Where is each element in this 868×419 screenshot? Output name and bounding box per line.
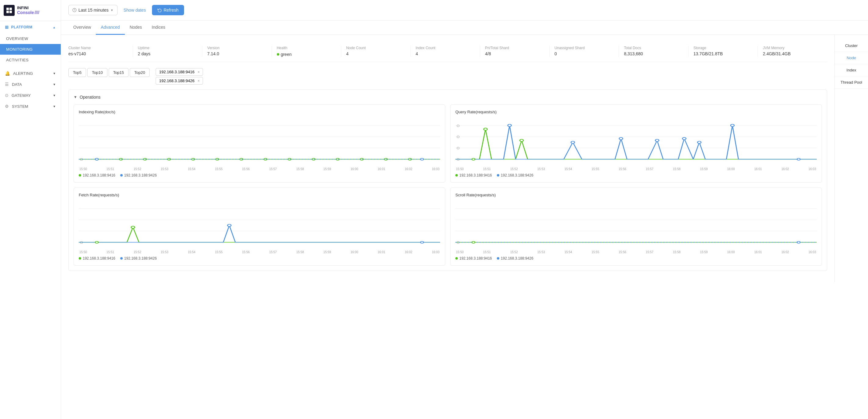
sidebar-item-gateway[interactable]: ⊙ GATEWAY ▼ [0, 90, 61, 101]
tabs-bar: Overview Advanced Nodes Indices [61, 21, 868, 35]
cluster-col-name: Cluster Name es-v7140 [68, 46, 133, 57]
time-selector[interactable]: Last 15 minutes ▼ [68, 5, 118, 15]
sidebar-platform-section: ⊞ PLATFORM ▲ OVERVIEW MONITORING ACTIVIT… [0, 21, 61, 65]
content-area: Cluster Name es-v7140 Uptime 2 days Vers… [61, 35, 834, 282]
unassigned-value: 0 [555, 51, 614, 56]
chart-fetch-rate-area: 0 [79, 201, 440, 250]
svg-point-31 [520, 139, 523, 141]
svg-text:0: 0 [457, 241, 460, 245]
node-tag-1-close[interactable]: × [197, 70, 199, 74]
legend-item-q1: 192.168.3.188:9416 [455, 173, 492, 177]
sidebar-item-monitoring[interactable]: MONITORING [0, 44, 61, 55]
svg-point-33 [571, 141, 575, 143]
jvm-label: JVM Memory [763, 46, 822, 50]
tab-advanced[interactable]: Advanced [96, 21, 125, 35]
svg-text:0: 0 [457, 135, 460, 139]
svg-point-55 [472, 241, 475, 243]
show-dates-button[interactable]: Show dates [121, 8, 148, 12]
section-header-operations[interactable]: ▼ Operations [73, 95, 822, 99]
legend-dot-blue-q [497, 174, 499, 177]
header-bar: Last 15 minutes ▼ Show dates Refresh [61, 0, 868, 21]
total-docs-value: 8,313,680 [624, 51, 683, 56]
svg-point-49 [421, 241, 424, 243]
uptime-value: 2 days [138, 51, 197, 56]
svg-point-56 [797, 241, 800, 243]
legend-dot-green-f [79, 257, 81, 260]
svg-point-48 [95, 241, 98, 243]
data-chevron-icon: ▼ [53, 83, 56, 86]
data-label: DATA [12, 82, 22, 87]
legend-item-f2: 192.168.3.188:9426 [120, 256, 157, 261]
uptime-label: Uptime [138, 46, 197, 50]
sidebar-item-system[interactable]: ⚙ SYSTEM ▼ [0, 101, 61, 112]
side-panel-thread-pool[interactable]: Thread Pool [835, 76, 868, 89]
chart-fetch-legend: 192.168.3.188:9416 192.168.3.188:9426 [79, 256, 440, 261]
chart-query-rate: Query Rate(requests/s) 0 0 0 [450, 104, 822, 183]
sidebar-item-activities[interactable]: ACTIVITIES [0, 55, 61, 65]
refresh-button[interactable]: Refresh [152, 5, 184, 15]
platform-chevron-icon: ▲ [53, 26, 56, 29]
tab-indices[interactable]: Indices [147, 21, 170, 35]
node-tag-2: 192.168.3.188:9426 × [156, 77, 203, 85]
legend-dot-blue [120, 174, 123, 177]
charts-grid: Indexing Rate(doc/s) 0 [73, 104, 822, 266]
top15-button[interactable]: Top15 [108, 68, 128, 77]
chart-fetch-rate-title: Fetch Rate(requests/s) [79, 193, 440, 197]
legend-item-2: 192.168.3.188:9426 [120, 173, 157, 177]
section-chevron-icon: ▼ [73, 95, 77, 99]
node-tag-1-label: 192.168.3.188:9416 [159, 70, 194, 74]
svg-text:0: 0 [80, 158, 83, 161]
storage-value: 13.7GB/21.8TB [693, 51, 753, 56]
node-count-value: 4 [346, 51, 406, 56]
chart-indexing-legend: 192.168.3.188:9416 192.168.3.188:9426 [79, 173, 440, 177]
system-chevron-icon: ▼ [53, 105, 56, 108]
health-value: green [277, 52, 292, 57]
sidebar-nav-group: 🔔 ALERTING ▼ ☰ DATA ▼ ⊙ GATEWAY ▼ ⚙ SYST… [0, 68, 61, 112]
tab-overview[interactable]: Overview [68, 21, 96, 35]
sidebar-item-data[interactable]: ☰ DATA ▼ [0, 79, 61, 90]
pri-total-label: Pri/Total Shard [485, 46, 545, 50]
top5-button[interactable]: Top5 [68, 68, 86, 77]
unassigned-label: Unassigned Shard [555, 46, 614, 50]
version-label: Version [207, 46, 267, 50]
logo-icon [4, 5, 14, 16]
cluster-col-health: Health green [272, 46, 342, 57]
side-panel-cluster[interactable]: Cluster [835, 40, 868, 52]
top10-button[interactable]: Top10 [87, 68, 107, 77]
gateway-label: GATEWAY [11, 93, 31, 98]
pri-total-value: 4/8 [485, 51, 545, 56]
legend-dot-green [79, 174, 81, 177]
grid-icon: ⊞ [5, 25, 9, 30]
chart-query-x-axis: 15:5015:5115:5215:5315:5415:5515:5615:57… [455, 167, 817, 171]
side-panel-node[interactable]: Node [835, 52, 868, 64]
controls-row: Top5 Top10 Top15 Top20 192.168.3.188:941… [68, 68, 827, 85]
gateway-icon: ⊙ [5, 93, 8, 98]
sidebar-item-alerting[interactable]: 🔔 ALERTING ▼ [0, 68, 61, 79]
cluster-name-label: Cluster Name [68, 46, 128, 50]
node-count-label: Node Count [346, 46, 406, 50]
top20-button[interactable]: Top20 [130, 68, 150, 77]
svg-point-32 [508, 124, 512, 126]
chart-scroll-x-axis: 15:5015:5115:5215:5315:5415:5515:5615:57… [455, 250, 817, 254]
node-tag-2-close[interactable]: × [197, 79, 199, 83]
legend-dot-green-s [455, 257, 458, 260]
legend-item-f1: 192.168.3.188:9416 [79, 256, 115, 261]
sidebar-platform[interactable]: ⊞ PLATFORM ▲ [0, 21, 61, 33]
svg-text:0: 0 [457, 158, 460, 161]
svg-point-40 [797, 158, 800, 160]
tab-nodes[interactable]: Nodes [125, 21, 147, 35]
cluster-col-index-count: Index Count 4 [411, 46, 480, 57]
cluster-col-storage: Storage 13.7GB/21.8TB [688, 46, 758, 57]
alerting-label: ALERTING [13, 71, 33, 76]
legend-dot-green-q [455, 174, 458, 177]
bell-icon: 🔔 [5, 71, 10, 76]
index-count-label: Index Count [416, 46, 475, 50]
sidebar-item-overview[interactable]: OVERVIEW [0, 33, 61, 44]
alerting-chevron-icon: ▼ [53, 72, 56, 75]
svg-point-35 [655, 139, 659, 141]
system-label: SYSTEM [12, 104, 28, 109]
version-value: 7.14.0 [207, 51, 267, 56]
node-tags: 192.168.3.188:9416 × 192.168.3.188:9426 … [156, 68, 203, 85]
side-panel-index[interactable]: Index [835, 64, 868, 76]
index-count-value: 4 [416, 51, 475, 56]
